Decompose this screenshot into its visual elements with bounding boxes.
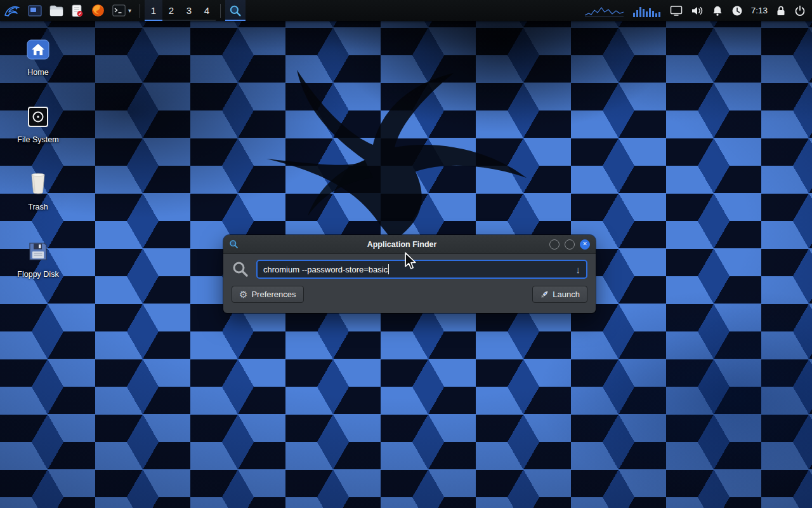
workspace-4-label: 4 — [204, 5, 209, 16]
titlebar[interactable]: Application Finder ✕ — [223, 235, 596, 254]
notifications-bell-icon[interactable] — [712, 5, 723, 17]
application-finder-window: Application Finder ✕ chromium --password… — [223, 235, 596, 313]
text-editor-icon — [71, 4, 84, 17]
preferences-button[interactable]: ⚙ Preferences — [232, 286, 304, 303]
show-desktop-button[interactable] — [24, 0, 46, 21]
firefox-launcher[interactable] — [88, 0, 108, 21]
minimize-button[interactable] — [549, 239, 560, 250]
desktop-icon-file-system[interactable]: File System — [3, 103, 73, 144]
gear-icon: ⚙ — [239, 290, 247, 299]
home-folder-icon — [26, 36, 50, 64]
panel-separator — [140, 4, 140, 18]
window-magnifier-icon — [229, 239, 239, 249]
close-button[interactable]: ✕ — [580, 239, 590, 250]
search-icon — [232, 260, 249, 278]
launch-button-label: Launch — [553, 290, 580, 299]
text-editor-launcher[interactable] — [67, 0, 88, 21]
maximize-button[interactable] — [565, 239, 575, 250]
logout-power-icon[interactable] — [794, 5, 806, 17]
audio-spectrum-graph[interactable] — [585, 4, 624, 18]
magnifier-icon — [229, 4, 242, 17]
file-manager-launcher[interactable] — [46, 0, 67, 21]
desktop: ▾ 1 2 3 4 — [0, 0, 812, 508]
text-caret — [388, 264, 389, 274]
launch-rocket-icon — [540, 290, 549, 299]
desktop-icon-label: File System — [17, 135, 58, 144]
lock-screen-icon[interactable] — [776, 5, 786, 17]
file-system-drive-icon — [27, 103, 49, 131]
kali-menu-button[interactable] — [0, 0, 24, 21]
window-title: Application Finder — [254, 240, 549, 249]
top-panel: ▾ 1 2 3 4 — [0, 0, 812, 21]
workspace-2[interactable]: 2 — [162, 0, 180, 21]
history-dropdown-icon[interactable]: ↓ — [576, 265, 581, 274]
kali-logo-icon — [4, 4, 20, 18]
search-input[interactable]: chromium --password-store=basic ↓ — [256, 260, 587, 279]
workspace-3-label: 3 — [187, 5, 192, 16]
desktop-icon — [28, 4, 42, 17]
status-update-icon[interactable] — [731, 5, 743, 17]
clock[interactable]: 7:13 — [751, 6, 768, 15]
workspace-1-label: 1 — [151, 5, 156, 16]
floppy-disk-icon — [27, 237, 49, 265]
display-settings-icon[interactable] — [670, 5, 683, 17]
desktop-icon-label: Trash — [28, 203, 48, 211]
desktop-icon-floppy-disk[interactable]: Floppy Disk — [3, 237, 73, 279]
terminal-launcher[interactable]: ▾ — [108, 0, 135, 21]
desktop-icon-trash[interactable]: Trash — [3, 170, 73, 211]
mouse-cursor — [404, 252, 416, 270]
histogram-graph[interactable] — [632, 4, 662, 18]
firefox-icon — [91, 4, 105, 17]
file-manager-icon — [49, 4, 63, 17]
search-input-value: chromium --password-store=basic — [263, 265, 388, 274]
desktop-icon-label: Home — [27, 68, 48, 77]
close-icon: ✕ — [582, 241, 587, 247]
trash-icon — [27, 170, 49, 198]
desktop-icon-label: Floppy Disk — [17, 270, 58, 279]
workspace-1[interactable]: 1 — [145, 0, 162, 21]
workspace-4[interactable]: 4 — [198, 0, 216, 21]
workspace-2-label: 2 — [169, 5, 174, 16]
launcher-menu-chevron-icon[interactable]: ▾ — [128, 7, 131, 14]
taskbar-application-finder[interactable] — [225, 0, 246, 21]
terminal-icon — [112, 4, 126, 17]
desktop-icon-home[interactable]: Home — [3, 36, 73, 77]
preferences-button-label: Preferences — [251, 290, 296, 299]
launch-button[interactable]: Launch — [532, 286, 587, 303]
volume-icon[interactable] — [691, 5, 704, 17]
workspace-3[interactable]: 3 — [180, 0, 198, 21]
panel-separator — [220, 4, 221, 18]
